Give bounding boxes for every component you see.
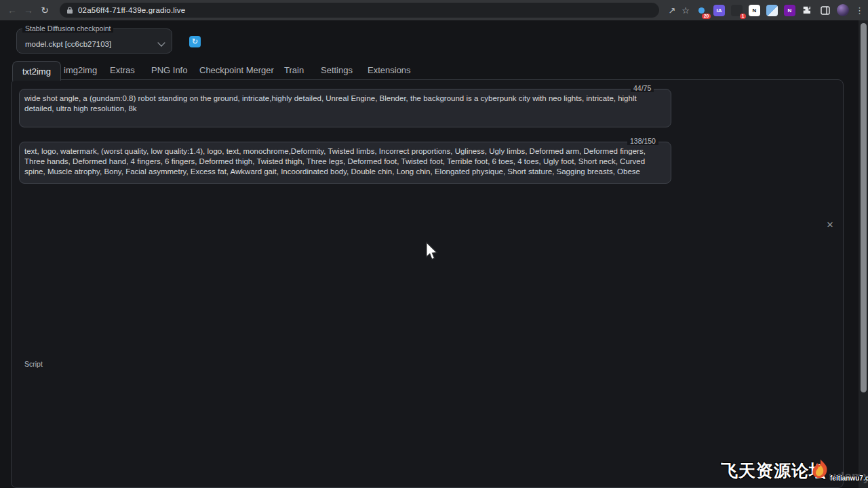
tab-img2img[interactable]: img2img	[64, 61, 97, 79]
tab-png-info[interactable]: PNG Info	[151, 61, 187, 79]
screenshot-extension-icon[interactable]: 1	[731, 5, 743, 16]
chevron-down-icon	[159, 40, 165, 46]
screen: ← → ↻ 02a56ff4-71ff-439e.gradio.live ↗ ☆…	[0, 0, 868, 488]
pin-badge: 20	[702, 14, 711, 19]
main-panel	[11, 79, 844, 488]
script-label: Script	[22, 360, 45, 368]
tab-settings[interactable]: Settings	[321, 61, 353, 79]
ia-extension-icon[interactable]: IA	[713, 5, 725, 16]
pin-extension-icon[interactable]: 20	[696, 5, 707, 16]
scrollbar-track[interactable]	[859, 20, 868, 488]
back-icon[interactable]: ←	[4, 5, 20, 16]
onenote-extension-icon[interactable]: N	[784, 5, 795, 16]
prompt-input[interactable]: wide shot angle, a (gundam:0.8) robot st…	[24, 94, 667, 123]
negative-prompt-input[interactable]: text, logo, watermark, (worst quality, l…	[24, 146, 667, 179]
extensions-puzzle-icon[interactable]	[802, 5, 813, 16]
checkpoint-label: Stable Diffusion checkpoint	[22, 24, 113, 33]
puzzle-glyph	[803, 6, 812, 15]
profile-avatar[interactable]	[837, 4, 849, 16]
negative-token-counter: 138/150	[627, 137, 658, 145]
tab-train[interactable]: Train	[284, 61, 304, 79]
scrollbar-thumb[interactable]	[861, 23, 867, 392]
pin-dot	[698, 7, 705, 14]
browser-menu-icon[interactable]: ⋮	[855, 5, 864, 16]
screenshot-badge: 1	[740, 14, 746, 19]
url-text: 02a56ff4-71ff-439e.gradio.live	[78, 6, 185, 14]
close-icon[interactable]: ×	[827, 218, 833, 232]
bookmark-star-icon[interactable]: ☆	[682, 5, 690, 16]
tab-txt2img[interactable]: txt2img	[12, 61, 61, 81]
checkpoint-refresh-button[interactable]: ↻	[189, 36, 201, 47]
share-icon[interactable]: ↗	[668, 5, 675, 16]
tab-extensions[interactable]: Extensions	[368, 61, 411, 79]
address-bar[interactable]: 02a56ff4-71ff-439e.gradio.live	[60, 3, 659, 18]
lock-icon	[66, 6, 73, 14]
sidepanel-icon[interactable]	[819, 5, 831, 16]
sidepanel-glyph	[821, 6, 830, 15]
tab-extras[interactable]: Extras	[110, 61, 135, 79]
forward-icon[interactable]: →	[20, 5, 37, 16]
photos-extension-icon[interactable]	[766, 5, 778, 16]
tab-checkpoint-merger[interactable]: Checkpoint Merger	[199, 61, 274, 79]
mouse-cursor	[425, 241, 438, 261]
browser-toolbar: ← → ↻ 02a56ff4-71ff-439e.gradio.live ↗ ☆…	[0, 0, 868, 20]
flame-icon	[811, 459, 829, 479]
checkpoint-value: model.ckpt [cc6cb27103]	[25, 40, 111, 48]
reload-icon[interactable]: ↻	[37, 5, 53, 16]
prompt-token-counter: 44/75	[631, 84, 654, 92]
notion-extension-icon[interactable]: N	[749, 5, 760, 16]
checkpoint-dropdown[interactable]: Stable Diffusion checkpoint model.ckpt […	[16, 28, 172, 54]
watermark-site-text: feitianwu7.com	[830, 474, 868, 482]
